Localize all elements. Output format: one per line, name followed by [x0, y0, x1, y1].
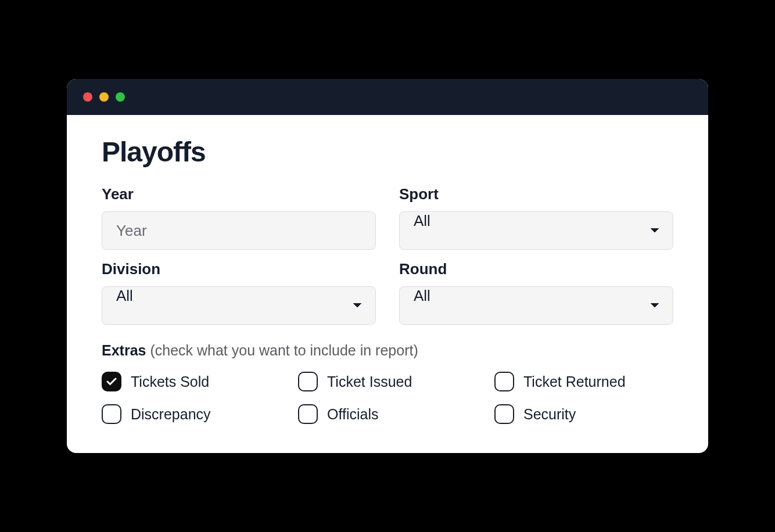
checkbox-label: Tickets Sold: [131, 373, 209, 390]
division-field: Division All: [102, 260, 376, 325]
window-content: Playoffs Year Sport All Division All: [67, 115, 708, 453]
checkbox-officials[interactable]: Officials: [298, 404, 477, 424]
checkbox-ticket-issued[interactable]: Ticket Issued: [298, 372, 477, 391]
app-window: Playoffs Year Sport All Division All: [67, 79, 708, 453]
checkbox-label: Discrepancy: [131, 406, 211, 423]
division-label: Division: [102, 260, 376, 278]
extras-checkbox-grid: Tickets Sold Ticket Issued Ticket Return…: [102, 372, 673, 424]
checkbox-label: Ticket Issued: [327, 373, 412, 390]
sport-select[interactable]: All: [399, 211, 673, 250]
checkbox-label: Ticket Returned: [523, 373, 626, 390]
checkbox-box: [298, 372, 318, 391]
checkbox-box: [298, 404, 318, 424]
extras-note: (check what you want to include in repor…: [146, 342, 418, 358]
extras-header: Extras (check what you want to include i…: [102, 342, 673, 359]
checkbox-label: Officials: [327, 406, 378, 423]
checkbox-label: Security: [523, 406, 576, 423]
window-close-button[interactable]: [83, 92, 92, 102]
window-titlebar: [67, 79, 708, 115]
checkmark-icon: [106, 378, 117, 386]
extras-label: Extras: [102, 342, 146, 358]
checkbox-tickets-sold[interactable]: Tickets Sold: [102, 372, 281, 391]
checkbox-box: [102, 372, 121, 391]
year-label: Year: [102, 185, 376, 203]
filter-form: Year Sport All Division All: [102, 185, 673, 325]
round-field: Round All: [399, 260, 673, 325]
checkbox-discrepancy[interactable]: Discrepancy: [102, 404, 281, 424]
checkbox-box: [494, 372, 514, 391]
year-input[interactable]: [102, 211, 376, 250]
window-maximize-button[interactable]: [116, 92, 125, 102]
page-title: Playoffs: [102, 136, 673, 168]
sport-field: Sport All: [399, 185, 673, 250]
division-select[interactable]: All: [102, 286, 376, 325]
round-label: Round: [399, 260, 673, 278]
checkbox-box: [102, 404, 121, 424]
round-select[interactable]: All: [399, 286, 673, 325]
checkbox-box: [494, 404, 514, 424]
year-field: Year: [102, 185, 376, 250]
checkbox-security[interactable]: Security: [494, 404, 673, 424]
window-minimize-button[interactable]: [99, 92, 109, 102]
sport-label: Sport: [399, 185, 673, 203]
checkbox-ticket-returned[interactable]: Ticket Returned: [494, 372, 673, 391]
